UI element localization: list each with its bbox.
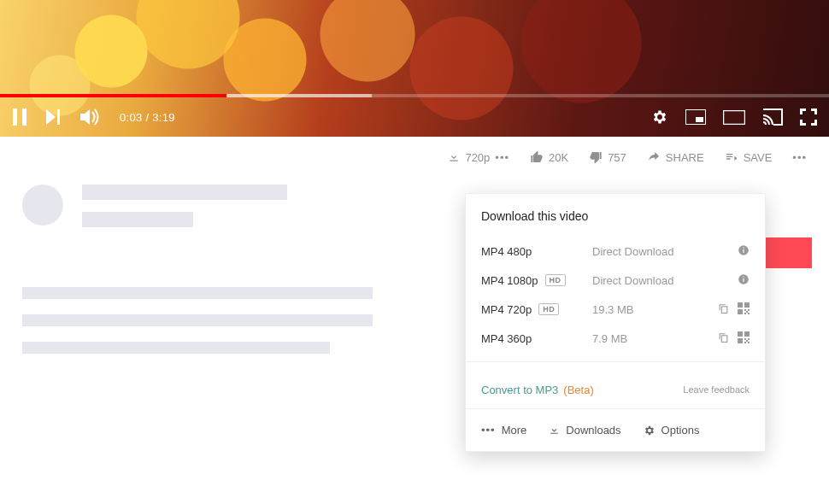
svg-rect-13 bbox=[743, 276, 744, 277]
svg-rect-29 bbox=[744, 342, 746, 343]
desc-line bbox=[22, 314, 373, 326]
svg-rect-19 bbox=[748, 309, 750, 311]
like-count: 20K bbox=[549, 151, 568, 164]
info-icon[interactable] bbox=[738, 244, 750, 259]
svg-rect-31 bbox=[746, 340, 748, 342]
svg-rect-20 bbox=[744, 313, 746, 314]
feedback-link[interactable]: Leave feedback bbox=[683, 384, 750, 395]
subscriber-placeholder bbox=[82, 212, 193, 227]
channel-name-placeholder bbox=[82, 185, 287, 200]
svg-rect-10 bbox=[743, 247, 744, 248]
more-actions-button[interactable]: ••• bbox=[792, 151, 807, 164]
more-button[interactable]: •••More bbox=[481, 424, 526, 437]
downloads-button[interactable]: Downloads bbox=[549, 424, 620, 437]
download-res-label: 720p bbox=[465, 151, 490, 164]
control-bar: 0:03 / 3:19 bbox=[0, 97, 829, 137]
time-display: 0:03 / 3:19 bbox=[120, 111, 175, 124]
svg-rect-6 bbox=[696, 117, 703, 122]
size-label: Direct Download bbox=[592, 245, 738, 258]
desc-line bbox=[22, 342, 330, 354]
svg-rect-26 bbox=[738, 338, 743, 343]
qr-icon[interactable] bbox=[738, 302, 750, 317]
hd-chip: HD bbox=[545, 274, 566, 286]
dislike-count: 757 bbox=[608, 151, 626, 164]
format-label: MP4 480p bbox=[481, 245, 532, 258]
channel-avatar[interactable] bbox=[22, 185, 63, 226]
ellipsis-icon: ••• bbox=[495, 151, 509, 164]
download-row[interactable]: MP4 1080pHD Direct Download bbox=[481, 266, 750, 295]
download-row[interactable]: MP4 360p 7.9 MB bbox=[481, 324, 750, 353]
download-ext-button[interactable]: 720p ••• bbox=[448, 151, 509, 164]
svg-marker-2 bbox=[46, 109, 56, 125]
desc-line bbox=[22, 287, 373, 299]
more-label: More bbox=[502, 424, 527, 437]
convert-mp3-link[interactable]: Convert to MP3 bbox=[481, 384, 558, 396]
svg-rect-0 bbox=[13, 108, 17, 126]
download-row[interactable]: MP4 720pHD 19.3 MB bbox=[481, 295, 750, 324]
svg-rect-30 bbox=[748, 342, 750, 343]
volume-button[interactable] bbox=[80, 108, 101, 126]
hd-chip: HD bbox=[538, 303, 559, 315]
svg-rect-18 bbox=[744, 309, 746, 311]
video-actions: 720p ••• 20K 757 SHARE SAVE ••• bbox=[22, 150, 807, 164]
theater-button[interactable] bbox=[723, 110, 745, 125]
svg-rect-1 bbox=[22, 108, 26, 126]
size-label: Direct Download bbox=[592, 274, 738, 287]
video-player[interactable]: 0:03 / 3:19 bbox=[0, 0, 829, 137]
size-label: 19.3 MB bbox=[592, 303, 718, 316]
size-label: 7.9 MB bbox=[592, 332, 718, 345]
svg-rect-17 bbox=[738, 309, 743, 314]
panel-title: Download this video bbox=[481, 209, 750, 223]
options-button[interactable]: Options bbox=[644, 424, 700, 437]
pause-button[interactable] bbox=[12, 108, 27, 126]
dislike-button[interactable]: 757 bbox=[589, 150, 626, 164]
svg-rect-28 bbox=[748, 338, 750, 340]
svg-rect-7 bbox=[723, 110, 745, 125]
svg-rect-22 bbox=[746, 311, 748, 313]
svg-rect-27 bbox=[744, 338, 746, 340]
share-button[interactable]: SHARE bbox=[647, 150, 704, 164]
svg-rect-16 bbox=[744, 302, 750, 308]
copy-icon[interactable] bbox=[718, 331, 729, 346]
save-button[interactable]: SAVE bbox=[725, 150, 773, 164]
ellipsis-icon: ••• bbox=[481, 424, 496, 437]
svg-rect-15 bbox=[738, 302, 743, 308]
svg-rect-12 bbox=[743, 278, 744, 281]
next-button[interactable] bbox=[46, 109, 62, 125]
svg-marker-4 bbox=[80, 109, 90, 125]
svg-rect-25 bbox=[744, 331, 750, 337]
svg-rect-9 bbox=[743, 249, 744, 252]
share-label: SHARE bbox=[666, 151, 704, 164]
panel-footer: •••More Downloads Options bbox=[466, 408, 765, 451]
settings-button[interactable] bbox=[651, 108, 668, 126]
download-panel: Download this video MP4 480p Direct Down… bbox=[465, 193, 766, 452]
format-label: MP4 1080p bbox=[481, 274, 538, 287]
ellipsis-icon: ••• bbox=[792, 151, 807, 164]
qr-icon[interactable] bbox=[738, 331, 750, 346]
svg-rect-23 bbox=[721, 335, 727, 342]
miniplayer-button[interactable] bbox=[685, 109, 706, 125]
options-label: Options bbox=[661, 424, 700, 437]
info-icon[interactable] bbox=[738, 273, 750, 288]
svg-rect-14 bbox=[721, 306, 727, 313]
svg-rect-24 bbox=[738, 331, 743, 337]
beta-label: (Beta) bbox=[563, 384, 593, 396]
download-row[interactable]: MP4 480p Direct Download bbox=[481, 237, 750, 266]
format-label: MP4 360p bbox=[481, 332, 532, 345]
downloads-label: Downloads bbox=[566, 424, 620, 437]
svg-rect-3 bbox=[57, 109, 60, 125]
like-button[interactable]: 20K bbox=[530, 150, 568, 164]
format-label: MP4 720p bbox=[481, 303, 532, 316]
save-label: SAVE bbox=[744, 151, 773, 164]
cast-button[interactable] bbox=[762, 108, 783, 126]
copy-icon[interactable] bbox=[718, 302, 729, 317]
svg-rect-21 bbox=[748, 313, 750, 314]
fullscreen-button[interactable] bbox=[800, 108, 817, 126]
